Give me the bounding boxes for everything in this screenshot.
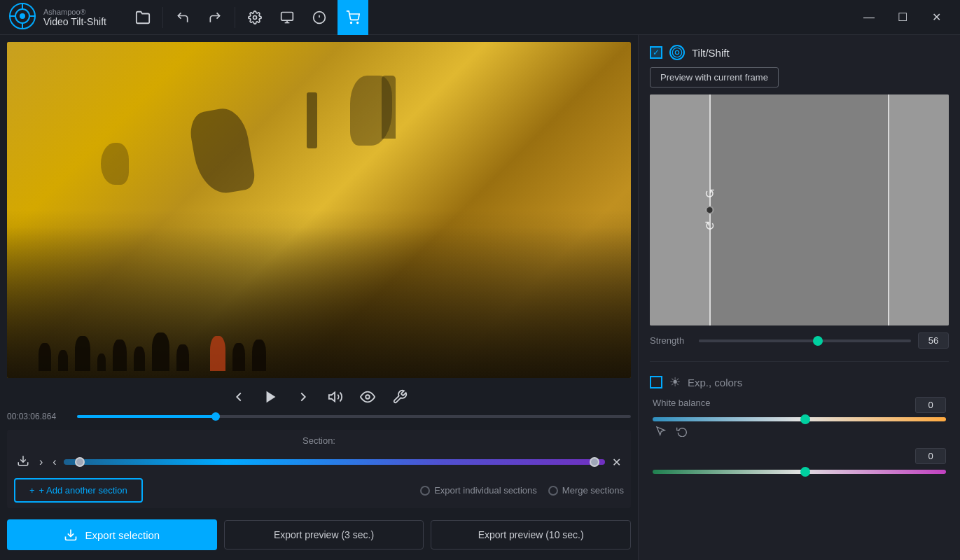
tilt-arrow-down-icon[interactable]: ↻ — [704, 218, 715, 234]
export-selection-button[interactable]: Export selection — [7, 519, 217, 550]
prev-frame-button[interactable] — [228, 386, 249, 407]
tilt-zone-mid — [709, 94, 889, 326]
preview-btn-label: Preview with current frame — [660, 72, 768, 83]
tilt-preview-canvas: ↺ ↻ — [650, 94, 949, 326]
video-container — [7, 42, 631, 378]
progress-thumb[interactable] — [211, 412, 220, 421]
tilt-handle[interactable]: ↺ ↻ — [704, 186, 715, 234]
next-frame-button[interactable] — [293, 386, 314, 407]
section-thumb-right[interactable] — [590, 457, 599, 467]
section-thumb-left[interactable] — [75, 457, 85, 467]
settings-button[interactable] — [239, 0, 270, 35]
white-balance-reset[interactable] — [674, 424, 690, 441]
svg-point-14 — [351, 22, 352, 23]
progress-row: 00:03:06.864 — [7, 412, 631, 421]
tilt-shift-title: Tilt/Shift — [692, 47, 730, 59]
add-section-icon: + — [29, 485, 35, 496]
video-frame — [7, 42, 631, 378]
volume-button[interactable] — [325, 386, 346, 407]
svg-point-15 — [357, 22, 359, 23]
radio-merge-sections[interactable]: Merge sections — [548, 485, 624, 496]
tilt-shift-section: Tilt/Shift Preview with current frame ↺ — [650, 45, 949, 349]
section-bottom: + + Add another section Export individua… — [14, 478, 624, 503]
second-color-section: 0 — [650, 448, 949, 474]
undo-button[interactable] — [167, 0, 198, 35]
app-logo — [8, 2, 36, 33]
white-balance-value[interactable]: 0 — [915, 397, 946, 413]
tilt-shift-icon — [669, 45, 685, 60]
svg-point-2 — [20, 13, 25, 19]
video-controls: 00:03:06.864 — [7, 384, 631, 424]
tools-button[interactable] — [389, 386, 410, 407]
white-balance-section: White balance 0 — [650, 397, 949, 441]
tilt-shift-checkbox[interactable] — [650, 46, 662, 59]
app-title-group: Ashampoo® Video Tilt-Shift — [43, 8, 106, 27]
tilt-divider-right[interactable] — [888, 94, 889, 326]
window-controls: — ☐ ✕ — [854, 0, 952, 35]
progress-fill — [77, 415, 216, 418]
exp-colors-header: ☀ Exp., colors — [650, 374, 949, 390]
add-section-button[interactable]: + + Add another section — [14, 478, 143, 503]
titlebar: Ashampoo® Video Tilt-Shift — [0, 0, 960, 35]
radio-dot-merge — [548, 486, 558, 496]
minimize-button[interactable]: — — [854, 0, 884, 35]
exp-colors-icon: ☀ — [669, 374, 681, 390]
second-slider-value[interactable]: 0 — [915, 448, 946, 464]
video-element-2 — [382, 76, 396, 139]
radio-dot-individual — [420, 486, 430, 496]
preview-current-frame-button[interactable]: Preview with current frame — [650, 67, 779, 88]
exp-colors-checkbox[interactable] — [650, 376, 662, 388]
cart-button[interactable] — [338, 0, 368, 35]
export-row: Export selection Export preview (3 sec.)… — [7, 514, 631, 553]
video-background — [7, 42, 631, 378]
export-preview-3-button[interactable]: Export preview (3 sec.) — [224, 520, 424, 550]
strength-slider[interactable] — [699, 340, 911, 342]
left-panel: 00:03:06.864 Section: › ‹ — [0, 35, 638, 560]
export-preview-3-label: Export preview (3 sec.) — [274, 529, 374, 540]
tilt-arrow-up-icon[interactable]: ↺ — [704, 186, 715, 202]
preview-toggle-button[interactable] — [357, 386, 378, 407]
white-balance-controls — [653, 424, 946, 441]
video-shadow-1 — [187, 105, 257, 197]
section-prev-button[interactable]: ‹ — [50, 453, 59, 471]
close-button[interactable]: ✕ — [921, 0, 952, 35]
tilt-shift-header: Tilt/Shift — [650, 45, 949, 60]
white-balance-slider[interactable] — [653, 417, 946, 421]
section-track[interactable] — [64, 459, 605, 465]
app-brand: Ashampoo® — [43, 8, 106, 16]
maximize-button[interactable]: ☐ — [887, 0, 918, 35]
radio-label-merge: Merge sections — [562, 485, 624, 496]
divider-1 — [650, 361, 949, 362]
info-button[interactable] — [304, 0, 335, 35]
white-balance-eyedropper[interactable] — [653, 424, 669, 441]
white-balance-thumb[interactable] — [800, 414, 810, 424]
radio-label-individual: Export individual sections — [434, 485, 537, 496]
svg-point-21 — [672, 48, 681, 57]
tilt-center-dot[interactable] — [705, 206, 714, 214]
strength-thumb[interactable] — [813, 336, 823, 346]
playback-buttons — [7, 386, 631, 407]
section-export-icon[interactable] — [14, 451, 32, 472]
video-element-1 — [307, 92, 317, 148]
strength-fill — [699, 340, 818, 342]
second-color-thumb[interactable] — [800, 467, 810, 477]
section-area: Section: › ‹ ✕ + — [7, 430, 631, 508]
svg-point-18 — [366, 395, 370, 399]
play-button[interactable] — [260, 386, 281, 407]
strength-value[interactable]: 56 — [918, 332, 949, 349]
section-controls: › ‹ ✕ — [14, 451, 624, 472]
strength-slider-row: Strength 56 — [650, 332, 949, 349]
second-color-slider[interactable] — [653, 470, 946, 474]
open-button[interactable] — [127, 0, 158, 35]
export-preview-10-button[interactable]: Export preview (10 sec.) — [431, 520, 631, 550]
display-button[interactable] — [272, 0, 302, 35]
white-balance-label: White balance — [653, 398, 710, 408]
exp-colors-title: Exp., colors — [688, 377, 742, 388]
section-delete-button[interactable]: ✕ — [609, 453, 624, 472]
redo-button[interactable] — [200, 0, 230, 35]
radio-export-individual[interactable]: Export individual sections — [420, 485, 537, 496]
section-next-button[interactable]: › — [36, 453, 46, 471]
toolbar-divider-2 — [235, 7, 235, 28]
progress-track[interactable] — [77, 415, 631, 418]
right-panel: Tilt/Shift Preview with current frame ↺ — [638, 35, 960, 560]
